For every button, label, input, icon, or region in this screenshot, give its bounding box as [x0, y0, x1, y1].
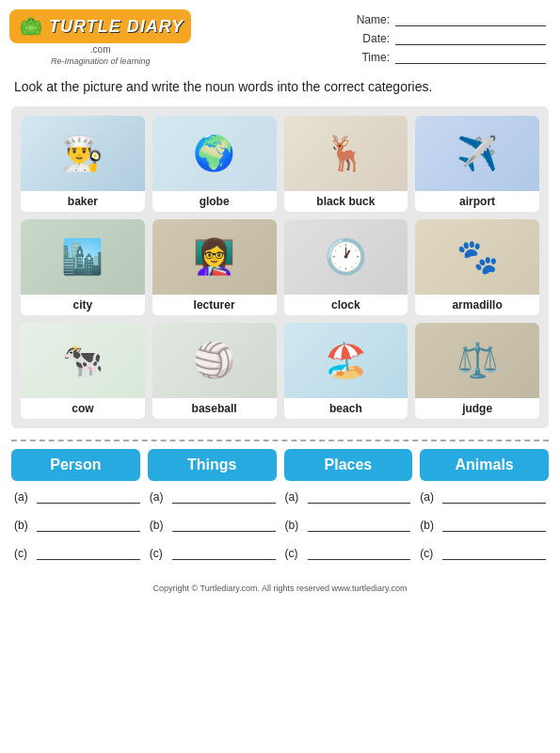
- logo-area: TURTLE DIARY .com Re-Imagination of lear…: [9, 9, 191, 66]
- categories-row: PersonThingsPlacesAnimals: [0, 449, 560, 481]
- grid-label-beach: beach: [328, 398, 364, 419]
- city-icon: 🏙️: [61, 240, 104, 274]
- answer-line-places-a[interactable]: [308, 490, 411, 504]
- answer-label-places-a: (a): [285, 490, 304, 504]
- grid-image-lecturer: 👩‍🏫: [152, 219, 277, 295]
- blackbuck-icon: 🦌: [325, 136, 367, 170]
- tagline: Re-Imagination of learning: [51, 56, 151, 66]
- answer-label-animals-b: (b): [420, 519, 439, 532]
- grid-item-airport: ✈️airport: [415, 116, 539, 212]
- grid-item-city: 🏙️city: [21, 219, 145, 315]
- instruction: Look at the picture and write the noun w…: [0, 71, 560, 106]
- answer-row-places-a: (a): [285, 490, 411, 504]
- answer-line-places-b[interactable]: [308, 519, 411, 532]
- grid-label-blackbuck: black buck: [314, 191, 376, 212]
- svg-point-6: [27, 18, 35, 24]
- grid-image-baker: 👨‍🍳: [21, 116, 145, 191]
- answer-line-animals-c[interactable]: [442, 547, 546, 560]
- grid-item-blackbuck: 🦌black buck: [284, 116, 408, 212]
- answers-grid: (a)(a)(a)(a)(b)(b)(b)(b)(c)(c)(c)(c): [14, 490, 546, 569]
- grid-label-lecturer: lecturer: [192, 295, 237, 315]
- grid-label-city: city: [72, 295, 95, 315]
- grid-image-blackbuck: 🦌: [284, 116, 408, 191]
- answer-row-things-a: (a): [150, 490, 276, 504]
- grid-label-globe: globe: [198, 191, 232, 212]
- answer-line-person-a[interactable]: [37, 490, 140, 504]
- name-line: [395, 13, 546, 26]
- turtle-icon: [17, 13, 45, 40]
- answer-row-places-c: (c): [285, 547, 411, 560]
- answer-label-animals-c: (c): [420, 547, 439, 560]
- svg-point-7: [29, 20, 31, 22]
- armadillo-icon: 🐾: [456, 240, 499, 274]
- clock-icon: 🕐: [325, 240, 367, 274]
- name-row: Name:: [354, 13, 546, 26]
- logo-box: TURTLE DIARY: [9, 9, 191, 43]
- grid-label-cow: cow: [70, 398, 95, 419]
- dashed-divider: [11, 440, 549, 441]
- time-row: Time:: [354, 51, 546, 64]
- logo-text: TURTLE DIARY: [49, 17, 184, 37]
- svg-point-2: [22, 21, 27, 26]
- category-btn-places[interactable]: Places: [284, 449, 413, 481]
- grid-label-baker: baker: [66, 191, 100, 212]
- grid-image-airport: ✈️: [415, 116, 539, 191]
- grid-label-clock: clock: [329, 295, 362, 315]
- svg-point-8: [32, 20, 34, 22]
- time-label: Time:: [354, 51, 390, 64]
- grid-label-armadillo: armadillo: [450, 295, 504, 315]
- answer-row-animals-b: (b): [420, 519, 546, 532]
- beach-icon: 🏖️: [325, 344, 367, 377]
- answer-row-things-c: (c): [150, 547, 276, 560]
- grid-item-globe: 🌍globe: [152, 116, 277, 212]
- header: TURTLE DIARY .com Re-Imagination of lear…: [0, 0, 560, 71]
- answer-row-person-c: (c): [14, 547, 140, 560]
- grid-image-globe: 🌍: [152, 116, 277, 191]
- grid-image-city: 🏙️: [21, 219, 145, 295]
- image-grid: 👨‍🍳baker🌍globe🦌black buck✈️airport🏙️city…: [11, 106, 549, 428]
- date-label: Date:: [354, 32, 390, 45]
- globe-icon: 🌍: [193, 136, 235, 170]
- grid-image-judge: ⚖️: [415, 323, 539, 398]
- answer-label-places-b: (b): [285, 519, 304, 532]
- grid-item-armadillo: 🐾armadillo: [415, 219, 539, 315]
- grid-item-baker: 👨‍🍳baker: [21, 116, 145, 212]
- answer-row-animals-a: (a): [420, 490, 546, 504]
- cow-icon: 🐄: [61, 344, 104, 377]
- answer-line-places-c[interactable]: [308, 547, 411, 560]
- answer-label-person-c: (c): [14, 547, 33, 560]
- grid-image-beach: 🏖️: [284, 323, 408, 398]
- grid-image-armadillo: 🐾: [415, 219, 539, 295]
- answer-line-person-c[interactable]: [37, 547, 140, 560]
- answer-line-things-a[interactable]: [172, 490, 276, 504]
- name-label: Name:: [354, 13, 390, 26]
- answer-row-things-b: (b): [150, 519, 276, 532]
- category-btn-animals[interactable]: Animals: [420, 449, 549, 481]
- grid-item-beach: 🏖️beach: [284, 323, 408, 419]
- time-line: [395, 51, 546, 64]
- answer-line-animals-a[interactable]: [442, 490, 546, 504]
- footer: Copyright © Turtlediary.com. All rights …: [0, 578, 560, 599]
- answer-line-animals-b[interactable]: [442, 519, 546, 532]
- answer-row-person-a: (a): [14, 490, 140, 504]
- grid-item-judge: ⚖️judge: [415, 323, 539, 419]
- answer-line-things-c[interactable]: [172, 547, 276, 560]
- answer-label-person-a: (a): [14, 490, 33, 504]
- logo-com: .com: [90, 44, 111, 55]
- grid-image-clock: 🕐: [284, 219, 408, 295]
- answer-line-person-b[interactable]: [37, 519, 140, 532]
- answer-row-animals-c: (c): [420, 547, 546, 560]
- grid-label-airport: airport: [457, 191, 497, 212]
- answer-label-things-a: (a): [150, 490, 168, 504]
- baseball-icon: 🏐: [193, 344, 235, 377]
- svg-point-4: [22, 29, 27, 35]
- answer-row-places-b: (b): [285, 519, 411, 532]
- grid-item-cow: 🐄cow: [21, 323, 145, 419]
- category-btn-things[interactable]: Things: [148, 449, 277, 481]
- airport-icon: ✈️: [456, 136, 499, 170]
- grid-image-baseball: 🏐: [152, 323, 277, 398]
- grid-item-baseball: 🏐baseball: [152, 323, 277, 419]
- answer-line-things-b[interactable]: [172, 519, 276, 532]
- category-btn-person[interactable]: Person: [11, 449, 140, 481]
- date-row: Date:: [354, 32, 546, 45]
